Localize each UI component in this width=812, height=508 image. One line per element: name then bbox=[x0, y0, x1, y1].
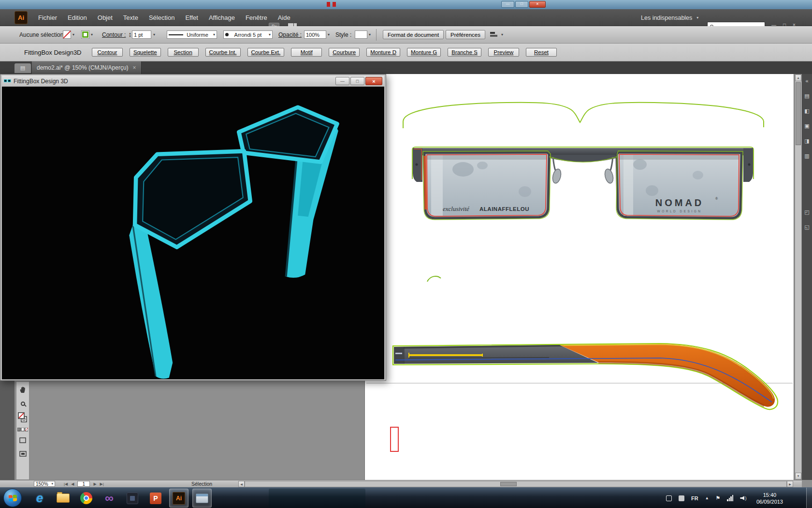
menu-objet[interactable]: Objet bbox=[92, 9, 118, 26]
document-tab-close-icon[interactable]: × bbox=[133, 64, 136, 71]
vertical-scroll-thumb[interactable] bbox=[796, 82, 801, 145]
taskbar-powerpoint-icon[interactable]: P bbox=[146, 489, 165, 508]
fittingbox-minimize-button[interactable]: — bbox=[335, 77, 349, 85]
hscroll-left-button[interactable]: ◀ bbox=[238, 481, 245, 487]
scroll-down-button[interactable]: ▼ bbox=[795, 473, 801, 479]
menu-selection[interactable]: Sélection bbox=[144, 9, 180, 26]
plugin-button-preview[interactable]: Preview bbox=[488, 48, 519, 57]
hscroll-right-button[interactable]: ▶ bbox=[787, 481, 793, 487]
brush-select[interactable]: Arrondi 5 pt ▾ bbox=[223, 30, 273, 39]
fittingbox-3d-viewport[interactable] bbox=[2, 87, 384, 379]
stroke-profile-select[interactable]: Uniforme ▾ bbox=[167, 30, 217, 39]
panel-icon-brushes[interactable]: ▣ bbox=[803, 122, 811, 130]
plugin-button-reset[interactable]: Reset bbox=[526, 48, 557, 57]
illustrator-icon: Ai bbox=[173, 492, 185, 505]
taskbar-explorer-icon[interactable] bbox=[53, 489, 72, 508]
fittingbox-window: FittingBox Design 3D — □ × bbox=[0, 74, 386, 381]
plugin-button-monture-d[interactable]: Monture D bbox=[366, 48, 400, 57]
fittingbox-plugin-bar: FittingBox Design3D Contour Squelette Se… bbox=[0, 44, 812, 61]
horizontal-scroll-thumb[interactable] bbox=[500, 482, 517, 486]
tray-expand-icon[interactable]: ▲ bbox=[705, 496, 709, 500]
plugin-button-courbe-int[interactable]: Courbe Int. bbox=[205, 48, 241, 57]
menu-affichage[interactable]: Affichage bbox=[203, 9, 240, 26]
opacity-link[interactable]: Opacité : bbox=[278, 31, 302, 38]
zoom-level-select[interactable]: 150%▾ bbox=[34, 481, 55, 487]
plugin-button-section[interactable]: Section bbox=[168, 48, 199, 57]
preferences-button[interactable]: Préférences bbox=[446, 30, 485, 39]
show-desktop-button[interactable] bbox=[806, 488, 812, 508]
first-artboard-button[interactable]: |◀ bbox=[64, 482, 68, 486]
volume-icon[interactable]: ) bbox=[740, 496, 746, 501]
menu-texte[interactable]: Texte bbox=[118, 9, 144, 26]
panel-icon-aspect[interactable]: ◰ bbox=[803, 208, 811, 216]
red-rectangle-marker bbox=[390, 427, 399, 452]
taskbar-visualstudio-icon[interactable]: ∞ bbox=[100, 489, 119, 508]
dock-expand-icon[interactable]: « bbox=[803, 77, 811, 85]
start-button[interactable] bbox=[3, 489, 22, 507]
stroke-width-input[interactable]: 1 pt bbox=[132, 30, 151, 39]
menu-fichier[interactable]: Fichier bbox=[33, 9, 62, 26]
bg-maximize-button[interactable]: □ bbox=[515, 1, 528, 8]
plugin-button-branche-s[interactable]: Branche S bbox=[448, 48, 481, 57]
glasses-front-photo: exclusivité ALAINAFFLELOU NOMAD ® WORLD … bbox=[409, 145, 757, 227]
contour-link[interactable]: Contour : bbox=[102, 31, 126, 38]
stroke-decrease-button[interactable]: ▼ bbox=[129, 35, 131, 38]
tab-bar-left-widget[interactable]: ▤ bbox=[14, 63, 31, 73]
clock[interactable]: 15:40 06/09/2013 bbox=[753, 492, 786, 505]
document-format-button[interactable]: Format de document bbox=[383, 30, 444, 39]
artboard-number-input[interactable]: 1 bbox=[77, 481, 90, 487]
chrome-icon bbox=[80, 492, 92, 504]
prev-artboard-button[interactable]: ◀ bbox=[71, 482, 74, 486]
tray-icon-2[interactable] bbox=[679, 495, 684, 501]
plugin-button-squelette[interactable]: Squelette bbox=[130, 48, 161, 57]
panel-icon-symbols[interactable]: ◨ bbox=[803, 137, 811, 145]
plugin-button-courbure[interactable]: Courbure bbox=[329, 48, 360, 57]
bg-close-button[interactable]: × bbox=[529, 1, 546, 8]
menu-effet[interactable]: Effet bbox=[180, 9, 203, 26]
style-swatch[interactable] bbox=[355, 30, 367, 39]
nose-pad-left bbox=[551, 168, 563, 184]
fittingbox-maximize-button[interactable]: □ bbox=[350, 77, 364, 85]
vertical-scrollbar[interactable]: ▲ ▼ bbox=[795, 74, 802, 480]
last-artboard-button[interactable]: ▶| bbox=[100, 482, 104, 486]
horizontal-scrollbar[interactable] bbox=[245, 481, 787, 487]
lens-text-nomad: NOMAD bbox=[655, 197, 704, 208]
action-center-icon[interactable]: ⚑ bbox=[716, 495, 721, 501]
screen-mode-icon[interactable] bbox=[17, 448, 28, 459]
menu-fenetre[interactable]: Fenêtre bbox=[240, 9, 273, 26]
panel-icon-links[interactable]: ◱ bbox=[803, 223, 811, 231]
panel-icon-swatches[interactable]: ◧ bbox=[803, 107, 811, 115]
taskbar-ie-icon[interactable]: e bbox=[30, 489, 49, 508]
taskbar-chrome-icon[interactable] bbox=[76, 489, 96, 508]
tray-icon-1[interactable] bbox=[666, 495, 672, 501]
fittingbox-window-titlebar[interactable]: FittingBox Design 3D — □ × bbox=[2, 75, 384, 87]
taskbar-illustrator-icon[interactable]: Ai bbox=[169, 489, 188, 508]
plugin-button-contour[interactable]: Contour bbox=[92, 48, 123, 57]
taskbar-dark-app-icon[interactable] bbox=[123, 489, 142, 508]
panel-icon-color[interactable]: ▤ bbox=[803, 92, 811, 100]
document-tab[interactable]: demo2.ai* @ 150% (CMJN/Aperçu) × bbox=[32, 61, 142, 74]
hand-tool-icon[interactable] bbox=[17, 385, 28, 395]
workspace-switcher[interactable]: Les indispensables▾ bbox=[641, 9, 698, 26]
align-options-icon[interactable]: ▾ bbox=[490, 31, 503, 38]
menu-edition[interactable]: Edition bbox=[62, 9, 92, 26]
panel-icon-layers[interactable]: ▥ bbox=[803, 152, 811, 160]
color-mode-buttons[interactable] bbox=[17, 427, 28, 432]
plugin-button-courbe-ext[interactable]: Courbe Ext. bbox=[247, 48, 285, 57]
plugin-button-motif[interactable]: Motif bbox=[291, 48, 322, 57]
scroll-up-button[interactable]: ▲ bbox=[795, 75, 801, 81]
plugin-button-monture-g[interactable]: Monture G bbox=[407, 48, 441, 57]
taskbar-fittingbox-icon[interactable] bbox=[192, 489, 212, 508]
next-artboard-button[interactable]: ▶ bbox=[93, 482, 96, 486]
draw-mode-icon[interactable] bbox=[17, 435, 28, 446]
stroke-swatch[interactable]: ▾ bbox=[81, 30, 93, 39]
language-indicator[interactable]: FR bbox=[691, 495, 698, 501]
taskbar-button-unknown[interactable] bbox=[269, 489, 365, 508]
fittingbox-close-button[interactable]: × bbox=[365, 77, 382, 85]
network-icon[interactable] bbox=[727, 495, 733, 501]
fill-stroke-swatch[interactable] bbox=[17, 412, 28, 424]
bg-minimize-button[interactable]: — bbox=[501, 1, 514, 8]
fill-swatch[interactable]: ▾ bbox=[63, 30, 74, 39]
opacity-input[interactable]: 100% bbox=[304, 30, 326, 39]
zoom-tool-icon[interactable] bbox=[17, 398, 28, 409]
